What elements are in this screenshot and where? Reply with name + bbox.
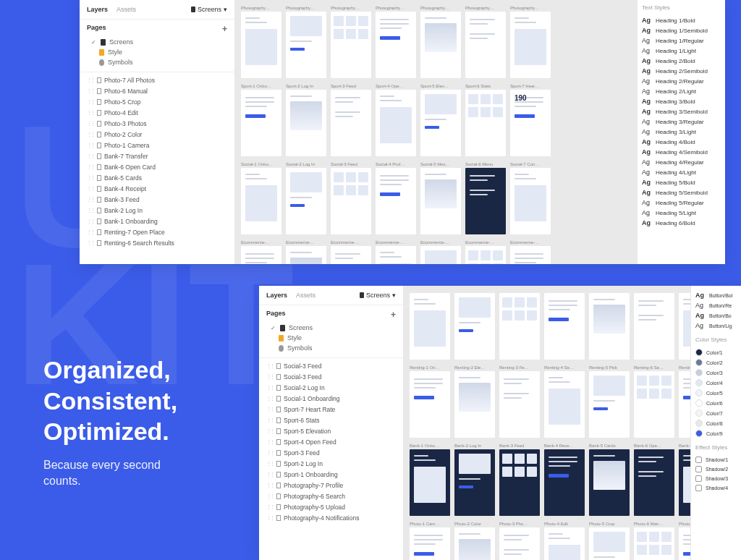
canvas-area[interactable]: Renting-1 On…Renting-2 Ele…Renting-3 Fe…… (404, 286, 690, 560)
artboard[interactable]: Sport-2 Log In (286, 84, 326, 156)
artboard-frame[interactable] (499, 449, 540, 516)
layer-item[interactable]: Photo-5 Crop (80, 96, 234, 107)
artboard-frame[interactable] (465, 246, 506, 264)
artboard-frame[interactable] (286, 246, 326, 264)
artboard[interactable] (589, 292, 630, 360)
artboard-frame[interactable] (241, 12, 281, 78)
artboard[interactable]: Bank-5 Cards (589, 444, 630, 516)
text-style-item[interactable]: AgHeading 3/Semibold (642, 106, 721, 116)
artboard-frame[interactable] (241, 168, 281, 234)
artboard[interactable]: Renting-4 Se… (544, 365, 585, 438)
layer-item[interactable]: Photo-3 Photos (80, 118, 234, 129)
artboard[interactable]: Sport-6 Stats (465, 84, 506, 156)
text-style-item[interactable]: AgHeading 5/Light (642, 208, 721, 218)
artboard-frame[interactable] (420, 90, 461, 156)
layer-item[interactable]: Bank-6 Open Card (80, 161, 234, 172)
artboard-frame[interactable] (465, 168, 506, 234)
artboard[interactable]: Bank-3 Feed (499, 444, 540, 516)
artboard-frame[interactable] (589, 449, 630, 516)
color-style-item[interactable]: Color/4 (695, 378, 737, 388)
color-style-item[interactable]: Color/5 (695, 388, 737, 398)
artboard-frame[interactable] (410, 527, 450, 560)
artboard[interactable]: Photography… (286, 6, 326, 78)
artboard-frame[interactable] (331, 246, 371, 264)
artboard-frame[interactable] (634, 371, 674, 438)
page-symbols[interactable]: Symbols (266, 343, 396, 353)
artboard[interactable]: Social-2 Log In (286, 162, 326, 234)
artboard[interactable]: Ecommerce-… (241, 240, 281, 264)
artboard[interactable]: Photo-1 Cam… (410, 522, 450, 560)
layer-item[interactable]: Photography-4 Notifications (259, 512, 403, 523)
artboard[interactable]: Sport-5 Elev… (420, 84, 461, 156)
artboard[interactable]: Renting-3 Fe… (499, 365, 540, 438)
artboard[interactable]: Ecommerce-… (331, 240, 371, 264)
layer-item[interactable]: Social-3 Feed (259, 371, 403, 382)
artboard-frame[interactable] (589, 527, 630, 560)
artboard-frame[interactable]: 190 (510, 90, 551, 156)
artboard[interactable]: Renting-5 Pick (589, 365, 630, 438)
layer-item[interactable]: Bank-1 Onboarding (80, 216, 234, 226)
color-style-item[interactable]: Color/7 (695, 408, 737, 418)
page-style[interactable]: Style (87, 47, 227, 57)
artboard[interactable]: Sport-3 Feed (331, 84, 371, 156)
artboard[interactable]: Sport-4 Ope… (376, 84, 416, 156)
artboard[interactable]: Renting-1 On… (410, 365, 450, 438)
layer-item[interactable]: Bank-5 Cards (80, 172, 234, 183)
text-style-item[interactable]: AgHeading 3/Regular (642, 116, 721, 127)
artboard[interactable] (499, 292, 540, 360)
artboard[interactable]: Photo-6 Man… (634, 522, 674, 560)
artboard-frame[interactable] (454, 449, 495, 516)
layer-item[interactable]: Sport-6 Stats (259, 415, 403, 425)
text-style-item[interactable]: AgButton/Bo (695, 310, 737, 321)
artboard[interactable] (634, 292, 674, 360)
artboard[interactable]: Photography… (465, 6, 506, 78)
artboard-frame[interactable] (410, 449, 450, 516)
artboard-frame[interactable] (376, 90, 416, 156)
artboard-frame[interactable] (465, 12, 506, 78)
artboard-frame[interactable] (454, 527, 495, 560)
layer-item[interactable]: Photo-1 Camera (80, 140, 234, 150)
artboard-frame[interactable] (286, 168, 326, 234)
artboard-frame[interactable] (499, 371, 540, 438)
artboard[interactable]: Photo-5 Crop (589, 522, 630, 560)
color-style-item[interactable]: Color/8 (695, 418, 737, 428)
layer-item[interactable]: Social-3 Feed (259, 360, 403, 371)
artboard-frame[interactable] (410, 371, 450, 438)
layer-item[interactable]: Renting-6 Search Results (80, 237, 234, 248)
artboard[interactable]: Photography… (376, 6, 416, 78)
artboard-frame[interactable] (544, 527, 585, 560)
artboard-frame[interactable] (679, 293, 690, 360)
add-page-button[interactable]: + (222, 24, 227, 34)
artboard-frame[interactable] (420, 246, 461, 264)
layer-item[interactable]: Sport-5 Elevation (259, 425, 403, 436)
layer-item[interactable]: Bank-4 Receipt (80, 183, 234, 194)
artboard[interactable]: Social-3 Feed (331, 162, 371, 234)
page-dropdown[interactable]: Screens ▾ (360, 292, 396, 299)
text-style-item[interactable]: AgHeading 4/Bold (642, 137, 721, 147)
artboard-frame[interactable] (510, 246, 551, 264)
artboard-frame[interactable] (420, 12, 461, 78)
artboard-frame[interactable] (679, 527, 690, 560)
layer-item[interactable]: Photography-6 Search (259, 491, 403, 501)
color-style-item[interactable]: Color/3 (695, 368, 737, 378)
artboard-frame[interactable] (544, 293, 585, 360)
layer-item[interactable]: Sport-1 Onboarding (259, 469, 403, 480)
text-style-item[interactable]: AgHeading 1/Semibold (642, 25, 721, 35)
artboard-frame[interactable] (241, 246, 281, 264)
layer-item[interactable]: Sport-7 Heart Rate (259, 404, 403, 415)
artboard-frame[interactable] (376, 12, 416, 78)
text-style-item[interactable]: AgHeading 2/Regular (642, 76, 721, 86)
layer-item[interactable]: Photo-2 Color (80, 129, 234, 140)
layer-item[interactable]: Photography-7 Profile (259, 480, 403, 491)
page-screens[interactable]: Screens (87, 37, 227, 47)
artboard[interactable]: Bank-7 Tran… (679, 444, 690, 516)
text-style-item[interactable]: AgHeading 1/Bold (642, 15, 721, 25)
artboard[interactable]: Sport-7 Hear…190 (510, 84, 551, 156)
artboard[interactable]: Photography… (420, 6, 461, 78)
page-symbols[interactable]: Symbols (87, 57, 227, 67)
page-style[interactable]: Style (266, 333, 396, 343)
color-style-item[interactable]: Color/9 (695, 428, 737, 438)
artboard[interactable]: Bank-4 Rece… (544, 444, 585, 516)
layer-item[interactable]: Photo-4 Edit (80, 107, 234, 118)
artboard-frame[interactable] (679, 371, 690, 438)
